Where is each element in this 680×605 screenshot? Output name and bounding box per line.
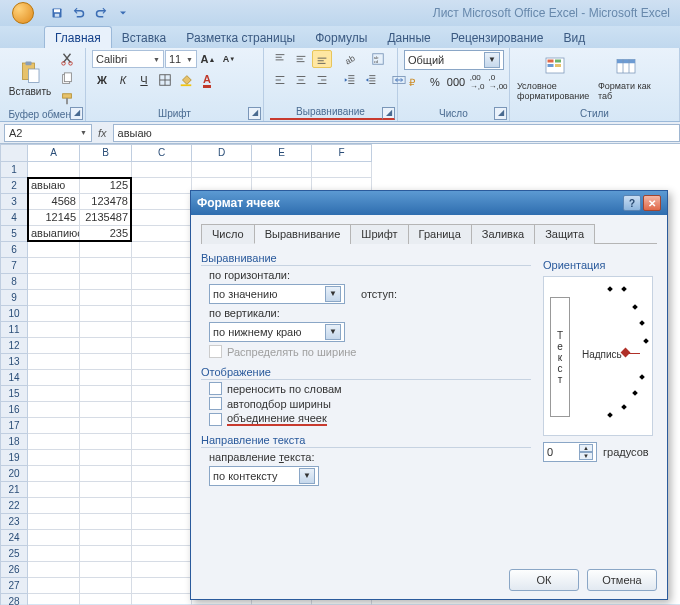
- row-header[interactable]: 5: [0, 226, 28, 242]
- select-all-corner[interactable]: [0, 144, 28, 162]
- row-header[interactable]: 28: [0, 594, 28, 605]
- align-left-icon[interactable]: [270, 71, 290, 89]
- cell[interactable]: [132, 162, 192, 178]
- cell[interactable]: авыапиюс: [28, 226, 80, 242]
- shrink-font-icon[interactable]: A▼: [219, 50, 239, 68]
- col-header[interactable]: B: [80, 144, 132, 162]
- cell[interactable]: [28, 354, 80, 370]
- redo-icon[interactable]: [92, 4, 110, 22]
- cell[interactable]: [80, 306, 132, 322]
- cell[interactable]: [28, 322, 80, 338]
- wrap-text-icon[interactable]: abcd: [368, 50, 388, 68]
- row-header[interactable]: 24: [0, 530, 28, 546]
- row-header[interactable]: 2: [0, 178, 28, 194]
- cell[interactable]: [28, 482, 80, 498]
- cell[interactable]: [80, 242, 132, 258]
- col-header[interactable]: D: [192, 144, 252, 162]
- cell[interactable]: [80, 258, 132, 274]
- alignment-launcher[interactable]: ◢: [382, 107, 395, 120]
- formula-input[interactable]: авыаю: [113, 124, 680, 142]
- cell[interactable]: [28, 290, 80, 306]
- cell[interactable]: [28, 594, 80, 605]
- row-header[interactable]: 20: [0, 466, 28, 482]
- col-header[interactable]: F: [312, 144, 372, 162]
- grow-font-icon[interactable]: A▲: [198, 50, 218, 68]
- h-align-select[interactable]: по значению▼: [209, 284, 345, 304]
- orientation-control[interactable]: Текст Надпись: [543, 276, 653, 436]
- align-middle-icon[interactable]: [291, 50, 311, 68]
- row-header[interactable]: 10: [0, 306, 28, 322]
- tab-number[interactable]: Число: [201, 224, 255, 244]
- v-align-select[interactable]: по нижнему краю▼: [209, 322, 345, 342]
- row-header[interactable]: 21: [0, 482, 28, 498]
- cell[interactable]: [132, 434, 192, 450]
- cell[interactable]: [80, 514, 132, 530]
- cell[interactable]: 12145: [28, 210, 80, 226]
- tab-fill[interactable]: Заливка: [471, 224, 535, 244]
- wrap-checkbox[interactable]: переносить по словам: [209, 382, 531, 395]
- row-header[interactable]: 12: [0, 338, 28, 354]
- tab-layout[interactable]: Разметка страницы: [176, 27, 305, 48]
- merge-checkbox[interactable]: объединение ячеек: [209, 412, 531, 426]
- ok-button[interactable]: ОК: [509, 569, 579, 591]
- row-header[interactable]: 13: [0, 354, 28, 370]
- tab-home[interactable]: Главная: [44, 26, 112, 48]
- cell[interactable]: 125: [80, 178, 132, 194]
- cell[interactable]: [80, 386, 132, 402]
- cancel-button[interactable]: Отмена: [587, 569, 657, 591]
- italic-icon[interactable]: К: [113, 71, 133, 89]
- close-icon[interactable]: ✕: [643, 195, 661, 211]
- cell[interactable]: [132, 498, 192, 514]
- cell[interactable]: [28, 546, 80, 562]
- cell[interactable]: [80, 322, 132, 338]
- cell[interactable]: [132, 402, 192, 418]
- row-header[interactable]: 27: [0, 578, 28, 594]
- conditional-format-button[interactable]: Условное форматирование: [516, 50, 594, 106]
- row-header[interactable]: 23: [0, 514, 28, 530]
- row-header[interactable]: 15: [0, 386, 28, 402]
- align-top-icon[interactable]: [270, 50, 290, 68]
- underline-icon[interactable]: Ч: [134, 71, 154, 89]
- cell[interactable]: [132, 386, 192, 402]
- row-header[interactable]: 25: [0, 546, 28, 562]
- row-header[interactable]: 11: [0, 322, 28, 338]
- cell[interactable]: [132, 482, 192, 498]
- cell[interactable]: [132, 290, 192, 306]
- help-icon[interactable]: ?: [623, 195, 641, 211]
- decrease-indent-icon[interactable]: [340, 71, 360, 89]
- bold-icon[interactable]: Ж: [92, 71, 112, 89]
- number-format-combo[interactable]: Общий▼: [404, 50, 504, 70]
- cell[interactable]: [132, 418, 192, 434]
- cell[interactable]: [80, 450, 132, 466]
- cell[interactable]: [28, 514, 80, 530]
- cell[interactable]: [132, 258, 192, 274]
- cell[interactable]: [80, 466, 132, 482]
- align-bottom-icon[interactable]: [312, 50, 332, 68]
- cell[interactable]: 2135487: [80, 210, 132, 226]
- cell[interactable]: [28, 498, 80, 514]
- font-launcher[interactable]: ◢: [248, 107, 261, 120]
- cell[interactable]: [80, 370, 132, 386]
- align-right-icon[interactable]: [312, 71, 332, 89]
- orientation-vertical[interactable]: Текст: [550, 297, 570, 417]
- cell[interactable]: [80, 354, 132, 370]
- office-button[interactable]: [4, 0, 42, 26]
- cell[interactable]: [132, 354, 192, 370]
- cell[interactable]: [28, 242, 80, 258]
- cell[interactable]: [28, 338, 80, 354]
- cell[interactable]: [80, 418, 132, 434]
- row-header[interactable]: 9: [0, 290, 28, 306]
- row-header[interactable]: 3: [0, 194, 28, 210]
- cell[interactable]: [28, 530, 80, 546]
- qat-more-icon[interactable]: [114, 4, 132, 22]
- fill-color-icon[interactable]: [176, 71, 196, 89]
- cell[interactable]: [132, 562, 192, 578]
- format-painter-icon[interactable]: [57, 90, 77, 108]
- cell[interactable]: [80, 594, 132, 605]
- row-header[interactable]: 1: [0, 162, 28, 178]
- cell[interactable]: [80, 482, 132, 498]
- border-icon[interactable]: [155, 71, 175, 89]
- tab-view[interactable]: Вид: [553, 27, 595, 48]
- cell[interactable]: [80, 290, 132, 306]
- format-table-button[interactable]: Формати как таб: [597, 50, 655, 106]
